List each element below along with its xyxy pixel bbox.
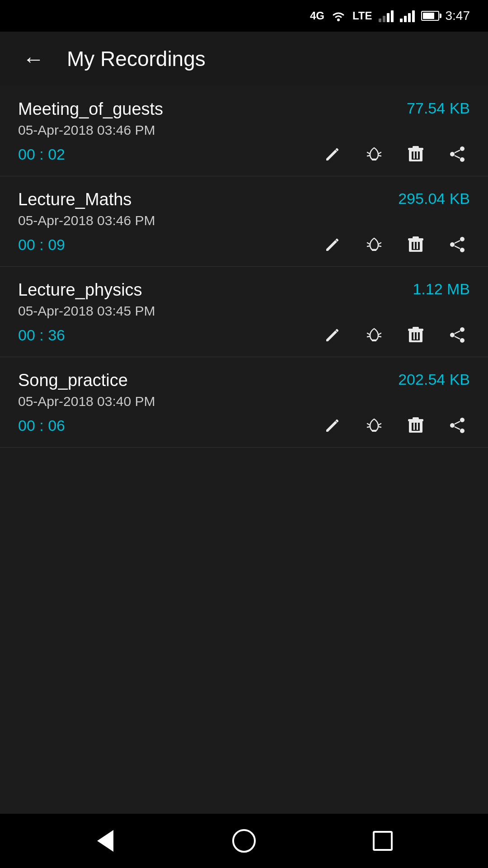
svg-rect-26 <box>413 242 415 249</box>
delete-icon <box>408 236 423 253</box>
recordings-list: Meeting_of_guests 77.54 KB 05-Apr-2018 0… <box>0 86 488 814</box>
svg-line-51 <box>455 336 460 339</box>
back-button[interactable]: ← <box>18 42 49 76</box>
svg-line-36 <box>367 336 370 337</box>
recording-size: 202.54 KB <box>398 371 470 388</box>
navigation-bar <box>0 814 488 868</box>
recording-header: Lecture_Maths 295.04 KB <box>18 190 470 209</box>
signal-icon-2 <box>400 9 415 22</box>
share-button[interactable] <box>445 232 470 257</box>
share-icon <box>449 236 466 253</box>
svg-rect-60 <box>413 423 415 430</box>
share-icon <box>449 417 466 434</box>
ringtone-button[interactable] <box>361 322 387 348</box>
delete-button[interactable] <box>403 232 428 257</box>
recording-footer: 00 : 06 <box>18 413 470 438</box>
svg-line-35 <box>367 333 370 335</box>
delete-button[interactable] <box>403 322 428 348</box>
recording-date: 05-Apr-2018 03:45 PM <box>18 303 470 319</box>
svg-rect-39 <box>372 340 376 341</box>
recording-size: 1.12 MB <box>413 280 470 298</box>
recording-size: 295.04 KB <box>398 190 470 208</box>
svg-line-67 <box>455 421 460 424</box>
ringtone-button[interactable] <box>361 413 387 438</box>
svg-point-64 <box>460 418 465 422</box>
nav-recents-icon <box>373 831 393 851</box>
svg-point-49 <box>460 338 465 343</box>
recording-duration: 00 : 06 <box>18 417 65 434</box>
share-button[interactable] <box>445 413 470 438</box>
svg-line-50 <box>455 331 460 334</box>
nav-home-icon <box>232 829 256 853</box>
ringtone-icon <box>366 236 383 253</box>
svg-line-21 <box>379 246 381 246</box>
page-title: My Recordings <box>67 47 206 71</box>
svg-rect-29 <box>413 236 419 239</box>
svg-line-68 <box>455 427 460 429</box>
share-button[interactable] <box>445 142 470 167</box>
edit-button[interactable] <box>320 142 345 167</box>
svg-line-3 <box>379 152 381 154</box>
recording-duration: 00 : 36 <box>18 326 65 344</box>
status-icons: 4G LTE 3:47 <box>310 9 470 23</box>
svg-line-16 <box>455 150 460 153</box>
svg-point-66 <box>460 429 465 433</box>
svg-rect-46 <box>413 327 419 329</box>
svg-rect-25 <box>412 242 420 250</box>
svg-rect-63 <box>413 417 419 420</box>
edit-button[interactable] <box>320 232 345 257</box>
svg-point-13 <box>460 146 465 151</box>
svg-rect-9 <box>413 151 415 159</box>
svg-rect-42 <box>412 332 420 340</box>
app-bar: ← My Recordings <box>0 32 488 86</box>
delete-button[interactable] <box>403 413 428 438</box>
ringtone-icon <box>366 146 383 163</box>
battery-icon <box>421 11 439 21</box>
nav-recents-button[interactable] <box>365 823 401 859</box>
nav-home-button[interactable] <box>226 823 262 859</box>
recording-duration: 00 : 09 <box>18 236 65 254</box>
recording-name: Song_practice <box>18 371 128 390</box>
edit-button[interactable] <box>320 413 345 438</box>
recording-item: Song_practice 202.54 KB 05-Apr-2018 03:4… <box>0 357 488 448</box>
svg-rect-59 <box>412 423 420 431</box>
svg-rect-27 <box>417 242 418 249</box>
svg-rect-5 <box>372 159 376 160</box>
clock: 3:47 <box>446 9 470 23</box>
recording-name: Lecture_physics <box>18 280 142 300</box>
recording-footer: 00 : 09 <box>18 232 470 257</box>
delete-icon <box>408 417 423 434</box>
ringtone-button[interactable] <box>361 142 387 167</box>
recording-duration: 00 : 02 <box>18 146 65 163</box>
svg-line-19 <box>367 246 370 246</box>
recording-name: Lecture_Maths <box>18 190 131 209</box>
svg-point-47 <box>460 327 465 332</box>
svg-line-1 <box>367 152 370 154</box>
svg-line-34 <box>455 246 460 249</box>
share-icon <box>449 146 466 163</box>
recording-header: Meeting_of_guests 77.54 KB <box>18 99 470 119</box>
edit-icon <box>324 417 341 434</box>
svg-line-55 <box>379 427 381 427</box>
recording-actions <box>320 413 470 438</box>
svg-line-37 <box>379 333 381 335</box>
svg-point-0 <box>337 19 340 21</box>
svg-rect-56 <box>372 430 376 432</box>
nav-back-button[interactable] <box>87 823 123 859</box>
delete-icon <box>408 327 423 343</box>
share-button[interactable] <box>445 322 470 348</box>
ringtone-button[interactable] <box>361 232 387 257</box>
svg-rect-8 <box>412 151 420 160</box>
svg-line-52 <box>367 424 370 425</box>
recording-name: Meeting_of_guests <box>18 99 163 119</box>
svg-line-38 <box>379 336 381 337</box>
recording-date: 05-Apr-2018 03:40 PM <box>18 394 470 409</box>
svg-line-17 <box>455 156 460 158</box>
recording-date: 05-Apr-2018 03:46 PM <box>18 213 470 228</box>
svg-point-30 <box>460 237 465 241</box>
edit-button[interactable] <box>320 322 345 348</box>
svg-rect-43 <box>413 332 415 340</box>
recording-header: Lecture_physics 1.12 MB <box>18 280 470 300</box>
delete-button[interactable] <box>403 142 428 167</box>
edit-icon <box>324 327 341 343</box>
